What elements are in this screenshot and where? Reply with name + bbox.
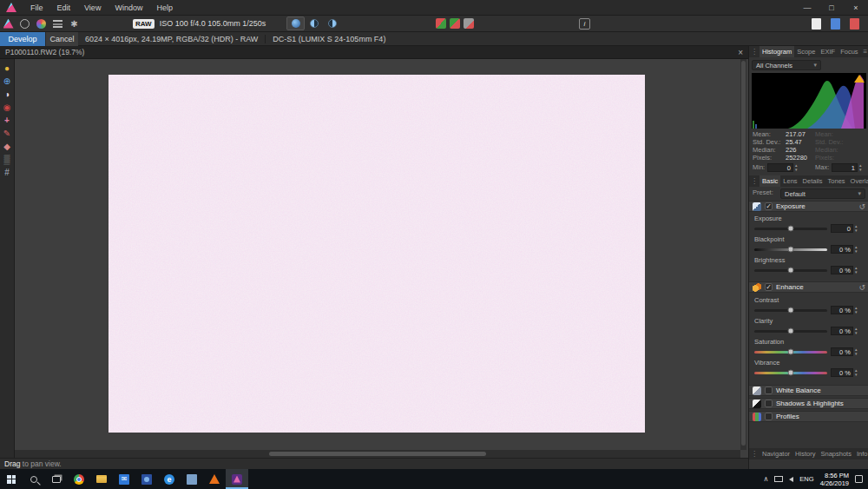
vertical-scroll-thumb[interactable] bbox=[741, 61, 746, 446]
tab-overlays[interactable]: Overlays bbox=[848, 175, 868, 187]
zoom-tool[interactable]: ⊕ bbox=[2, 76, 13, 87]
slider-handle[interactable] bbox=[788, 307, 794, 314]
shadows-highlights-group-header[interactable]: Shadows & Highlights bbox=[749, 398, 868, 409]
brightness-value[interactable]: 0 % bbox=[831, 266, 853, 274]
close-document-icon[interactable]: × bbox=[738, 48, 743, 57]
vibrance-slider[interactable] bbox=[754, 372, 827, 374]
saturation-steppers[interactable]: ▴▾ bbox=[855, 347, 858, 356]
crop-tool[interactable]: # bbox=[2, 167, 13, 178]
tray-chevron-up-icon[interactable]: ∧ bbox=[764, 475, 769, 483]
exposure-slider[interactable] bbox=[754, 228, 827, 230]
slider-handle[interactable] bbox=[788, 247, 794, 253]
white-balance-tool[interactable]: ◑ bbox=[2, 89, 13, 100]
slider-handle[interactable] bbox=[788, 349, 794, 355]
tab-lens[interactable]: Lens bbox=[780, 175, 799, 187]
slider-handle[interactable] bbox=[788, 226, 794, 232]
exposure-value[interactable]: 0 bbox=[831, 224, 853, 233]
taskbar-clock[interactable]: 8:56 PM 4/26/2019 bbox=[820, 472, 849, 487]
blackpoint-value[interactable]: 0 % bbox=[831, 245, 853, 254]
contrast-value[interactable]: 0 % bbox=[831, 306, 853, 314]
clarity-steppers[interactable]: ▴▾ bbox=[855, 327, 858, 335]
action-center-icon[interactable] bbox=[855, 475, 863, 483]
brightness-steppers[interactable]: ▴▾ bbox=[855, 266, 858, 274]
single-view-button[interactable] bbox=[286, 17, 305, 30]
display-icon[interactable] bbox=[774, 476, 783, 482]
tab-history[interactable]: History bbox=[792, 448, 818, 459]
slider-handle[interactable] bbox=[788, 370, 794, 376]
assistant-icon[interactable] bbox=[35, 17, 48, 30]
preset-selector[interactable]: Default ▾ bbox=[780, 188, 865, 199]
tab-scope[interactable]: Scope bbox=[794, 46, 818, 57]
vibrance-steppers[interactable]: ▴▾ bbox=[855, 368, 858, 377]
canvas-viewport[interactable] bbox=[15, 59, 748, 458]
settings-gear-icon[interactable]: ✱ bbox=[68, 17, 81, 30]
panel-grip-icon[interactable]: ⋮ bbox=[749, 450, 760, 458]
persona-develop-icon[interactable] bbox=[2, 17, 15, 30]
vibrance-value[interactable]: 0 % bbox=[831, 368, 853, 377]
overlay-paint-tool[interactable]: ✎ bbox=[2, 128, 13, 139]
maximize-button[interactable]: □ bbox=[819, 0, 844, 16]
clarity-slider[interactable] bbox=[754, 330, 827, 333]
profiles-group-header[interactable]: Profiles bbox=[749, 411, 868, 422]
speaker-icon[interactable] bbox=[789, 477, 793, 482]
taskbar-app-store[interactable] bbox=[181, 469, 203, 489]
blackpoint-steppers[interactable]: ▴▾ bbox=[855, 245, 858, 254]
tab-histogram[interactable]: Histogram bbox=[760, 46, 794, 57]
exposure-group-header[interactable]: ✓ Exposure ↺ bbox=[749, 201, 868, 212]
panel-menu-icon[interactable]: ≡ bbox=[861, 48, 868, 56]
menu-file[interactable]: File bbox=[23, 0, 50, 16]
task-view-button[interactable] bbox=[45, 469, 68, 489]
profiles-checkbox[interactable] bbox=[765, 413, 773, 420]
panel-grip-icon[interactable]: ⋮ bbox=[749, 177, 760, 185]
channel-selector[interactable]: All Channels ▾ bbox=[752, 60, 821, 70]
clipped-tones-icon[interactable] bbox=[464, 18, 474, 29]
cancel-button[interactable]: Cancel bbox=[45, 32, 78, 46]
enhance-group-header[interactable]: ✓ Enhance ↺ bbox=[749, 281, 868, 293]
shadows-highlights-checkbox[interactable] bbox=[765, 400, 773, 407]
tab-focus[interactable]: Focus bbox=[838, 46, 860, 57]
panel-grip-icon[interactable]: ⋮ bbox=[749, 48, 760, 56]
taskbar-app-affinity-photo[interactable] bbox=[226, 469, 248, 489]
min-steppers[interactable]: ▴▾ bbox=[795, 163, 798, 172]
tab-basic[interactable]: Basic bbox=[760, 175, 780, 187]
white-balance-group-header[interactable]: White Balance bbox=[749, 385, 868, 396]
close-button[interactable]: × bbox=[844, 0, 868, 16]
saturation-value[interactable]: 0 % bbox=[831, 347, 853, 356]
overlay-gradient-tool[interactable]: ▒ bbox=[2, 154, 13, 165]
max-steppers[interactable]: ▴▾ bbox=[859, 163, 862, 172]
split-view-button[interactable] bbox=[305, 17, 323, 30]
develop-button[interactable]: Develop bbox=[0, 32, 45, 46]
exposure-checkbox[interactable]: ✓ bbox=[765, 202, 773, 210]
menu-help[interactable]: Help bbox=[149, 0, 180, 16]
slider-handle[interactable] bbox=[788, 268, 794, 274]
contrast-slider[interactable] bbox=[754, 309, 827, 312]
blackpoint-slider[interactable] bbox=[754, 248, 827, 251]
clipped-highlights-icon[interactable] bbox=[436, 18, 446, 29]
language-indicator[interactable]: ENG bbox=[799, 475, 813, 483]
taskbar-app-edge[interactable]: e bbox=[158, 469, 181, 489]
reset-icon[interactable]: ↺ bbox=[858, 202, 865, 211]
taskbar-search-button[interactable] bbox=[23, 469, 45, 489]
histogram-graph[interactable] bbox=[752, 73, 866, 129]
menu-view[interactable]: View bbox=[77, 0, 108, 16]
tab-info[interactable]: Info bbox=[854, 448, 868, 459]
red-doc-icon[interactable] bbox=[850, 18, 859, 30]
red-eye-removal-tool[interactable]: ◉ bbox=[2, 102, 13, 113]
start-button[interactable] bbox=[0, 469, 23, 489]
taskbar-app-file-explorer[interactable] bbox=[90, 469, 113, 489]
document-tab[interactable]: P1000110.RW2 (19.7%) bbox=[0, 48, 84, 56]
enhance-checkbox[interactable]: ✓ bbox=[765, 283, 773, 291]
clipped-shadows-icon[interactable] bbox=[450, 18, 460, 29]
taskbar-app-vlc[interactable] bbox=[203, 469, 226, 489]
taskbar-app-mail[interactable]: ✉ bbox=[113, 469, 135, 489]
tab-tones[interactable]: Tones bbox=[825, 175, 848, 187]
auto-levels-icon[interactable] bbox=[51, 17, 64, 30]
tab-exif[interactable]: EXIF bbox=[818, 46, 838, 57]
vertical-scrollbar[interactable] bbox=[740, 59, 746, 450]
brightness-slider[interactable] bbox=[754, 269, 827, 272]
tab-snapshots[interactable]: Snapshots bbox=[818, 448, 853, 459]
max-input[interactable]: 1 bbox=[832, 163, 858, 172]
minimize-button[interactable]: — bbox=[795, 0, 819, 16]
horizontal-scrollbar[interactable] bbox=[15, 450, 740, 458]
info-button[interactable]: i bbox=[579, 18, 590, 30]
